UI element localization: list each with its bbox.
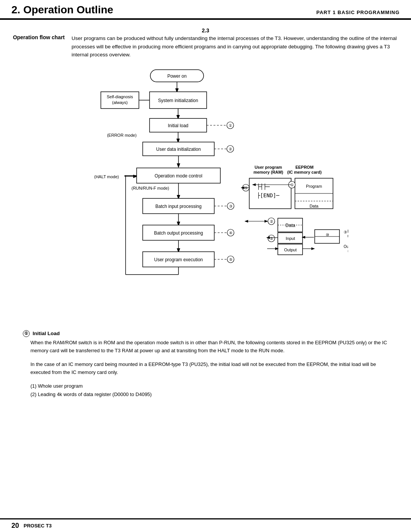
- svg-text:Input: Input: [286, 236, 295, 241]
- svg-text:(always): (always): [112, 100, 128, 105]
- svg-text:④: ④: [229, 231, 233, 235]
- svg-text:System initialization: System initialization: [158, 98, 198, 103]
- svg-text:Initial load: Initial load: [168, 123, 188, 128]
- svg-text:④ module: ④ module: [347, 249, 348, 253]
- svg-text:module: module: [347, 234, 348, 238]
- initial-load-body-2: In the case of an IC memory card being m…: [30, 360, 388, 377]
- svg-text:Output: Output: [284, 248, 296, 252]
- svg-text:Batch output processing: Batch output processing: [154, 230, 203, 236]
- svg-text:User data initialization: User data initialization: [156, 147, 201, 152]
- section-label: Operation flow chart: [11, 34, 65, 40]
- initial-load-title: ① Initial Load: [23, 330, 388, 337]
- svg-text:Operation mode control: Operation mode control: [155, 173, 202, 179]
- page-footer: 20 PROSEC T3: [0, 518, 411, 532]
- svg-text:memory (RAM): memory (RAM): [253, 170, 284, 174]
- svg-text:⑩: ⑩: [326, 233, 329, 237]
- svg-text:②: ②: [229, 147, 232, 151]
- part-label: PART 1 BASIC PROGRAMMING: [316, 10, 400, 16]
- svg-text:EEPROM: EEPROM: [295, 165, 314, 169]
- footer-label: PROSEC T3: [24, 523, 52, 529]
- flowchart-area: Power on Self-diagnosis (always) System …: [11, 66, 400, 321]
- svg-text:Self-diagnosis: Self-diagnosis: [107, 94, 133, 99]
- notes-section: ① Initial Load When the RAM/ROM switch i…: [11, 330, 400, 399]
- svg-text:(HALT mode): (HALT mode): [94, 174, 119, 179]
- flowchart-svg: Power on Self-diagnosis (always) System …: [63, 66, 348, 321]
- section-number: 2.3: [11, 27, 400, 34]
- main-content: 2.3 Operation flow chart User programs c…: [0, 20, 411, 406]
- svg-text:Output: Output: [344, 244, 348, 249]
- initial-load-note-2: In the case of an IC memory card being m…: [23, 360, 388, 377]
- svg-text:User program execution: User program execution: [154, 257, 203, 262]
- svg-text:User program: User program: [255, 165, 282, 169]
- svg-text:(ERROR mode): (ERROR mode): [107, 133, 137, 137]
- svg-text:(IC memory card): (IC memory card): [287, 170, 322, 174]
- svg-text:Batch input processing: Batch input processing: [155, 204, 201, 209]
- svg-text:⑤: ⑤: [270, 236, 273, 241]
- svg-text:⑤: ⑤: [229, 257, 233, 262]
- initial-load-body: When the RAM/ROM switch is in ROM and th…: [30, 339, 388, 355]
- page-number: 20: [11, 522, 19, 530]
- sub-item-1: (1) Whole user program: [30, 382, 388, 390]
- svg-text:③: ③: [344, 230, 347, 234]
- svg-text:Data: Data: [285, 223, 295, 228]
- svg-text:③: ③: [229, 204, 233, 208]
- svg-text:(RUN/RUN-F mode): (RUN/RUN-F mode): [132, 186, 169, 190]
- circle-1-icon: ①: [23, 330, 30, 337]
- svg-text:Program: Program: [306, 184, 322, 189]
- page-header: 2. Operation Outline PART 1 BASIC PROGRA…: [0, 0, 411, 20]
- section-description: User programs can be produced without fu…: [72, 34, 400, 59]
- sub-item-2: (2) Leading 4k words of data register (D…: [30, 390, 388, 399]
- svg-text:Power on: Power on: [167, 73, 187, 79]
- svg-text:├[END]─: ├[END]─: [257, 192, 280, 199]
- page-title: 2. Operation Outline: [11, 4, 316, 16]
- svg-text:Data: Data: [309, 204, 319, 208]
- svg-text:①: ①: [229, 123, 232, 128]
- svg-text:Input: Input: [347, 229, 348, 233]
- svg-text:②: ②: [270, 219, 273, 224]
- sub-list: (1) Whole user program (2) Leading 4k wo…: [30, 382, 388, 399]
- initial-load-note: ① Initial Load When the RAM/ROM switch i…: [23, 330, 388, 355]
- section-title-row: Operation flow chart User programs can b…: [11, 34, 400, 59]
- svg-text:├┤├─: ├┤├─: [257, 183, 270, 190]
